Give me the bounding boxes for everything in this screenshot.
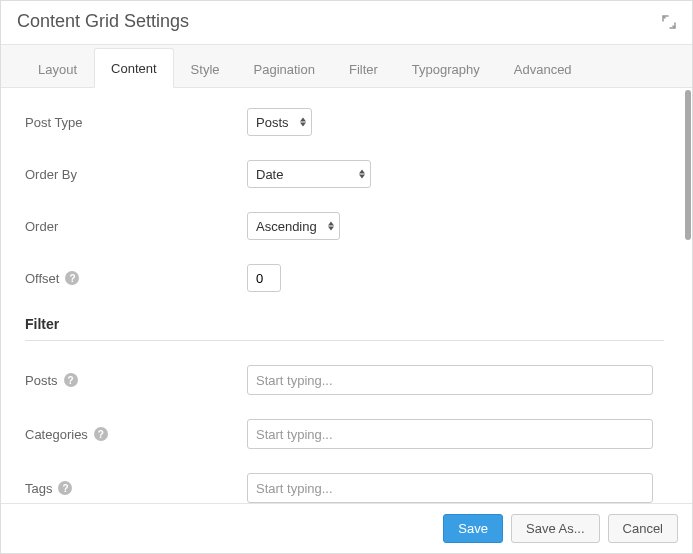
- label-filter-tags: Tags ?: [25, 481, 247, 496]
- scrollbar-thumb[interactable]: [685, 90, 691, 240]
- label-filter-posts-text: Posts: [25, 373, 58, 388]
- label-filter-posts: Posts ?: [25, 373, 247, 388]
- tab-advanced[interactable]: Advanced: [497, 49, 589, 88]
- row-order-by: Order By Date: [25, 160, 664, 188]
- modal-title: Content Grid Settings: [17, 11, 189, 32]
- section-header-filter: Filter: [25, 316, 664, 332]
- select-post-type-value: Posts: [247, 108, 312, 136]
- label-order-text: Order: [25, 219, 58, 234]
- tabs-bar: Layout Content Style Pagination Filter T…: [1, 44, 692, 88]
- label-offset-text: Offset: [25, 271, 59, 286]
- form-content: Post Type Posts Order By Date: [1, 88, 692, 503]
- label-order: Order: [25, 219, 247, 234]
- select-order[interactable]: Ascending: [247, 212, 340, 240]
- input-filter-tags[interactable]: [247, 473, 653, 503]
- label-filter-categories: Categories ?: [25, 427, 247, 442]
- modal-footer: Save Save As... Cancel: [1, 503, 692, 553]
- label-offset: Offset ?: [25, 271, 247, 286]
- tab-pagination[interactable]: Pagination: [237, 49, 332, 88]
- tab-style[interactable]: Style: [174, 49, 237, 88]
- row-filter-tags: Tags ?: [25, 473, 664, 503]
- save-as-button[interactable]: Save As...: [511, 514, 600, 543]
- label-post-type-text: Post Type: [25, 115, 83, 130]
- section-divider: [25, 340, 664, 341]
- select-order-by[interactable]: Date: [247, 160, 371, 188]
- label-post-type: Post Type: [25, 115, 247, 130]
- select-post-type[interactable]: Posts: [247, 108, 312, 136]
- help-icon[interactable]: ?: [94, 427, 108, 441]
- row-filter-posts: Posts ?: [25, 365, 664, 395]
- help-icon[interactable]: ?: [64, 373, 78, 387]
- tab-typography[interactable]: Typography: [395, 49, 497, 88]
- help-icon[interactable]: ?: [65, 271, 79, 285]
- cancel-button[interactable]: Cancel: [608, 514, 678, 543]
- select-order-by-value: Date: [247, 160, 371, 188]
- modal-header: Content Grid Settings: [1, 1, 692, 44]
- row-filter-categories: Categories ?: [25, 419, 664, 449]
- input-offset[interactable]: [247, 264, 281, 292]
- tab-filter[interactable]: Filter: [332, 49, 395, 88]
- save-button[interactable]: Save: [443, 514, 503, 543]
- label-filter-tags-text: Tags: [25, 481, 52, 496]
- row-post-type: Post Type Posts: [25, 108, 664, 136]
- modal-dialog: Content Grid Settings Layout Content Sty…: [0, 0, 693, 554]
- select-order-value: Ascending: [247, 212, 340, 240]
- help-icon[interactable]: ?: [58, 481, 72, 495]
- tab-content[interactable]: Content: [94, 48, 174, 88]
- label-filter-categories-text: Categories: [25, 427, 88, 442]
- label-order-by-text: Order By: [25, 167, 77, 182]
- row-order: Order Ascending: [25, 212, 664, 240]
- expand-icon[interactable]: [662, 15, 676, 29]
- row-offset: Offset ?: [25, 264, 664, 292]
- scrollbar-track: [684, 88, 692, 503]
- input-filter-categories[interactable]: [247, 419, 653, 449]
- tab-layout[interactable]: Layout: [21, 49, 94, 88]
- modal-body: Post Type Posts Order By Date: [1, 88, 692, 503]
- label-order-by: Order By: [25, 167, 247, 182]
- input-filter-posts[interactable]: [247, 365, 653, 395]
